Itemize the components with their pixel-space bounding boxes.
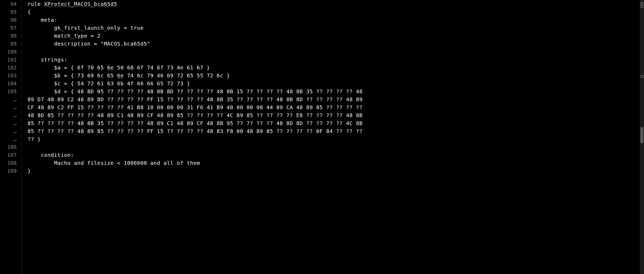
code-line[interactable]: ?? } — [28, 135, 640, 143]
code-line[interactable]: $b = { 73 69 6c 65 6e 74 6c 79 46 69 72 … — [28, 72, 640, 79]
code-text: rule — [28, 1, 44, 7]
code-line[interactable]: rule XProtect_MACOS_bca65d5 — [28, 0, 640, 8]
line-number: 94 — [0, 0, 17, 8]
code-line[interactable]: meta: — [28, 16, 640, 24]
underlined-token: XProtect_MACOS_bca65d5 — [44, 1, 117, 7]
code-line[interactable]: 48 8D 85 ?? ?? ?? ?? 48 89 C1 48 89 CF 4… — [28, 111, 640, 119]
code-line[interactable]: strings: — [28, 56, 640, 64]
line-number: 102 — [0, 64, 17, 72]
code-text: 74 6c 79 46 69 72 65 55 72 6c } — [124, 72, 230, 79]
code-line[interactable]: Macho and filesize < 1000000 and all of … — [28, 159, 640, 167]
line-number: 95 — [0, 8, 17, 16]
line-number: 106 — [0, 143, 17, 151]
line-number: … — [0, 127, 17, 135]
line-number: … — [0, 135, 17, 143]
line-number: 96 — [0, 16, 17, 24]
underlined-token: 6e — [107, 64, 114, 71]
code-line[interactable]: $c = { 54 72 61 63 6b 4f 66 66 65 72 73 … — [28, 79, 640, 87]
underlined-token: 6e — [117, 72, 124, 79]
vertical-scrollbar[interactable] — [640, 0, 644, 274]
code-line[interactable]: gk_first_launch_only = true — [28, 24, 640, 32]
line-number-gutter: 949596979899100101102103104105………………1061… — [0, 0, 22, 274]
line-number: … — [0, 111, 17, 119]
code-text: 50 68 6f 74 6f 73 4e 61 67 } — [114, 64, 210, 71]
code-line[interactable]: 85 ?? ?? ?? ?? 48 89 85 ?? ?? ?? ?? FF 1… — [28, 127, 640, 135]
line-number: 101 — [0, 56, 17, 64]
code-text: $b = { 73 69 6c 65 — [28, 72, 117, 79]
code-line[interactable]: $a = { 6f 70 65 6e 50 68 6f 74 6f 73 4e … — [28, 64, 640, 72]
line-number: 108 — [0, 159, 17, 167]
code-line[interactable]: 85 ?? ?? ?? ?? 48 8B 35 ?? ?? ?? ?? 48 8… — [28, 119, 640, 127]
code-line[interactable]: } — [28, 167, 640, 175]
line-number: 97 — [0, 24, 17, 32]
line-number: … — [0, 95, 17, 103]
scrollbar-thumb[interactable] — [640, 127, 643, 143]
code-line[interactable]: match_type = 2 — [28, 32, 640, 40]
code-content-area[interactable]: rule XProtect_MACOS_bca65d5{ meta: gk_fi… — [22, 0, 640, 274]
line-number: … — [0, 119, 17, 127]
code-text: $a = { 6f 70 65 — [28, 64, 107, 71]
code-line[interactable]: CF 48 89 C2 FF 15 ?? ?? ?? ?? 41 B8 10 0… — [28, 103, 640, 111]
code-line[interactable] — [28, 48, 640, 56]
line-number: 98 — [0, 32, 17, 40]
code-line[interactable]: 89 D7 48 89 C2 48 89 8D ?? ?? ?? ?? FF 1… — [28, 95, 640, 103]
code-line[interactable]: { — [28, 8, 640, 16]
code-line[interactable]: description = "MACOS.bca65d5" — [28, 40, 640, 48]
line-number: 109 — [0, 167, 17, 175]
code-line[interactable]: condition: — [28, 151, 640, 159]
line-number: 105 — [0, 87, 17, 95]
line-number: … — [0, 103, 17, 111]
line-number: 103 — [0, 72, 17, 79]
line-number: 104 — [0, 79, 17, 87]
line-number: 100 — [0, 48, 17, 56]
line-number: 107 — [0, 151, 17, 159]
code-line[interactable] — [28, 143, 640, 151]
code-line[interactable]: $d = { 48 8D 05 ?? ?? ?? ?? 48 8B 8D ?? … — [28, 87, 640, 95]
line-number: 99 — [0, 40, 17, 48]
code-editor: 949596979899100101102103104105………………1061… — [0, 0, 644, 274]
